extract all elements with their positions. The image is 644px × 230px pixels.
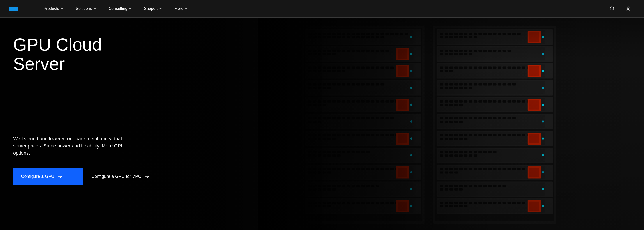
nav-item-solutions[interactable]: Solutions xyxy=(70,0,102,18)
configure-gpu-vpc-label: Configure a GPU for VPC xyxy=(91,174,141,179)
configure-gpu-vpc-button[interactable]: Configure a GPU for VPC xyxy=(83,168,157,185)
hero-content: GPU Cloud Server We listened and lowered… xyxy=(0,18,322,230)
chevron-down-icon xyxy=(159,7,162,10)
nav-label-support: Support xyxy=(144,6,158,11)
nav-label-solutions: Solutions xyxy=(76,6,92,11)
hero-section: GPU Cloud Server We listened and lowered… xyxy=(0,18,644,230)
configure-gpu-label: Configure a GPU xyxy=(21,174,54,179)
hero-buttons: Configure a GPU Configure a GPU for VPC xyxy=(13,168,322,185)
chevron-down-icon xyxy=(60,7,64,10)
nav-divider xyxy=(30,5,30,12)
hero-description: We listened and lowered our bare metal a… xyxy=(13,135,136,156)
nav-item-products[interactable]: Products xyxy=(38,0,70,18)
nav-label-consulting: Consulting xyxy=(109,6,127,11)
configure-gpu-button[interactable]: Configure a GPU xyxy=(13,168,83,185)
chevron-down-icon xyxy=(93,7,96,10)
nav-label-products: Products xyxy=(44,6,59,11)
navbar-actions xyxy=(606,0,635,18)
arrow-right-icon xyxy=(58,174,62,178)
navbar: IBM Products Solutions Consulting Suppor… xyxy=(0,0,644,18)
svg-text:IBM: IBM xyxy=(9,6,17,12)
chevron-down-icon xyxy=(185,7,188,10)
nav-item-consulting[interactable]: Consulting xyxy=(102,0,138,18)
search-icon xyxy=(610,6,615,12)
user-account-button[interactable] xyxy=(621,0,635,18)
navbar-nav: Products Solutions Consulting Support Mo… xyxy=(38,0,606,18)
nav-item-more[interactable]: More xyxy=(168,0,194,18)
nav-item-support[interactable]: Support xyxy=(138,0,168,18)
nav-label-more: More xyxy=(174,6,183,11)
hero-title: GPU Cloud Server xyxy=(13,35,136,74)
chevron-down-icon xyxy=(128,7,132,10)
user-icon xyxy=(626,6,631,12)
search-button[interactable] xyxy=(606,0,620,18)
arrow-right-icon xyxy=(145,174,149,178)
ibm-logo[interactable]: IBM xyxy=(9,6,22,12)
